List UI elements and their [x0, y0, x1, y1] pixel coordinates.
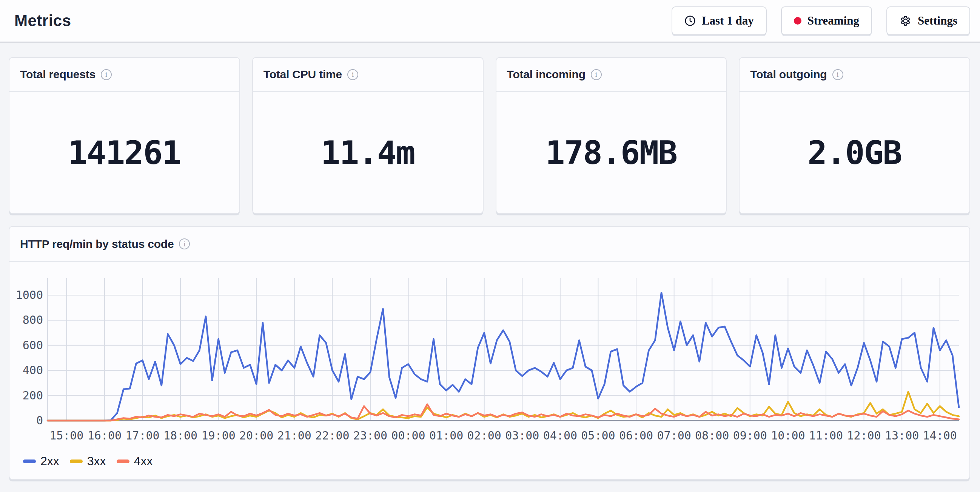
- clock-icon: [684, 15, 696, 26]
- stat-value: 141261: [10, 92, 239, 213]
- svg-text:00:00: 00:00: [391, 429, 425, 442]
- svg-text:17:00: 17:00: [125, 429, 159, 442]
- stat-card-header: Total requests: [10, 58, 239, 91]
- chart-card-header: HTTP req/min by status code: [10, 227, 969, 261]
- svg-text:21:00: 21:00: [277, 429, 312, 442]
- svg-text:800: 800: [23, 313, 43, 326]
- legend-item-4xx[interactable]: 4xx: [117, 454, 153, 468]
- legend-swatch-2xx: [23, 460, 36, 463]
- legend-swatch-3xx: [70, 460, 83, 463]
- chart-area: 15:0016:0017:0018:0019:0020:0021:0022:00…: [10, 262, 969, 449]
- svg-text:200: 200: [23, 389, 43, 402]
- svg-text:13:00: 13:00: [885, 429, 919, 442]
- stat-card-header: Total outgoing: [740, 58, 969, 91]
- svg-text:09:00: 09:00: [733, 429, 767, 442]
- svg-text:23:00: 23:00: [353, 429, 387, 442]
- legend-label-3xx: 3xx: [87, 454, 106, 468]
- red-dot-icon: [794, 17, 802, 25]
- svg-text:400: 400: [23, 364, 43, 377]
- page-title: Metrics: [14, 12, 72, 30]
- legend-label-4xx: 4xx: [134, 454, 153, 468]
- svg-text:0: 0: [36, 414, 43, 427]
- streaming-label: Streaming: [808, 14, 859, 27]
- svg-text:14:00: 14:00: [923, 429, 957, 442]
- stat-card-header: Total CPU time: [253, 58, 483, 91]
- stat-value: 2.0GB: [740, 92, 969, 213]
- chart-legend: 2xx 3xx 4xx: [10, 449, 969, 468]
- top-bar-actions: Last 1 day Streaming Settings: [671, 6, 970, 35]
- svg-text:20:00: 20:00: [239, 429, 273, 442]
- stat-value: 178.6MB: [496, 92, 726, 213]
- info-icon[interactable]: [591, 69, 602, 80]
- svg-text:03:00: 03:00: [505, 429, 539, 442]
- settings-label: Settings: [918, 14, 957, 27]
- svg-text:22:00: 22:00: [315, 429, 349, 442]
- svg-text:04:00: 04:00: [543, 429, 577, 442]
- stat-card-total-incoming: Total incoming 178.6MB: [496, 57, 727, 214]
- svg-text:07:00: 07:00: [657, 429, 691, 442]
- gear-icon: [899, 15, 912, 27]
- legend-item-3xx[interactable]: 3xx: [70, 454, 106, 468]
- svg-text:11:00: 11:00: [809, 429, 843, 442]
- info-icon[interactable]: [832, 69, 843, 80]
- stat-card-title: Total CPU time: [264, 68, 342, 81]
- stat-card-header: Total incoming: [496, 58, 726, 91]
- time-range-label: Last 1 day: [702, 14, 754, 27]
- top-bar: Metrics Last 1 day Streaming Setting: [0, 0, 980, 43]
- stat-cards-row: Total requests 141261 Total CPU time 11.…: [9, 57, 970, 214]
- svg-text:18:00: 18:00: [164, 429, 197, 442]
- stat-card-title: Total requests: [20, 68, 95, 81]
- http-status-chart: 15:0016:0017:0018:0019:0020:0021:0022:00…: [10, 277, 969, 449]
- svg-text:1000: 1000: [16, 288, 43, 302]
- info-icon[interactable]: [101, 69, 112, 80]
- svg-text:05:00: 05:00: [581, 429, 615, 442]
- legend-swatch-4xx: [117, 460, 129, 463]
- svg-text:02:00: 02:00: [467, 429, 501, 442]
- http-status-chart-card: HTTP req/min by status code 15:0016:0017…: [9, 226, 970, 480]
- chart-card-title: HTTP req/min by status code: [20, 238, 173, 251]
- svg-text:06:00: 06:00: [619, 429, 653, 442]
- stat-card-title: Total incoming: [507, 68, 585, 81]
- stat-card-total-cpu-time: Total CPU time 11.4m: [252, 57, 484, 214]
- svg-text:16:00: 16:00: [88, 429, 122, 442]
- time-range-button[interactable]: Last 1 day: [671, 6, 767, 35]
- svg-text:08:00: 08:00: [695, 429, 729, 442]
- stat-value: 11.4m: [253, 92, 483, 213]
- legend-item-2xx[interactable]: 2xx: [23, 454, 59, 468]
- stat-card-title: Total outgoing: [750, 68, 827, 81]
- svg-text:600: 600: [23, 339, 43, 352]
- svg-text:10:00: 10:00: [771, 429, 805, 442]
- info-icon[interactable]: [179, 238, 190, 249]
- settings-button[interactable]: Settings: [886, 6, 970, 35]
- svg-text:15:00: 15:00: [49, 429, 83, 442]
- svg-text:12:00: 12:00: [847, 429, 881, 442]
- legend-label-2xx: 2xx: [40, 454, 59, 468]
- stat-card-total-requests: Total requests 141261: [9, 57, 240, 214]
- info-icon[interactable]: [347, 69, 358, 80]
- streaming-button[interactable]: Streaming: [781, 6, 872, 35]
- stat-card-total-outgoing: Total outgoing 2.0GB: [739, 57, 970, 214]
- svg-text:19:00: 19:00: [201, 429, 235, 442]
- svg-text:01:00: 01:00: [429, 429, 463, 442]
